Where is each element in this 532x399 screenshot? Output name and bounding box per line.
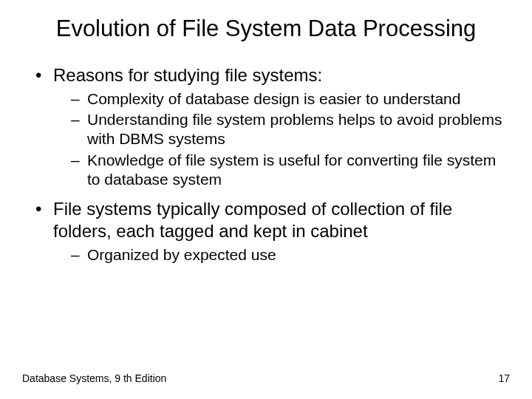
slide-footer: Database Systems, 9 th Edition 17 — [22, 372, 510, 384]
sub-list: Complexity of database design is easier … — [53, 89, 510, 189]
bullet-item: Reasons for studying file systems: Compl… — [35, 64, 510, 189]
bullet-item: File systems typically composed of colle… — [35, 198, 510, 265]
sub-item: Understanding file system problems helps… — [71, 110, 510, 149]
sub-item: Knowledge of file system is useful for c… — [71, 151, 510, 190]
bullet-list: Reasons for studying file systems: Compl… — [22, 64, 510, 265]
slide-title: Evolution of File System Data Processing — [22, 15, 510, 44]
sub-list: Organized by expected use — [53, 245, 510, 265]
sub-item: Complexity of database design is easier … — [71, 89, 510, 109]
bullet-text: File systems typically composed of colle… — [53, 199, 452, 241]
footer-left: Database Systems, 9 th Edition — [22, 372, 166, 384]
sub-item: Organized by expected use — [71, 245, 510, 265]
footer-page-number: 17 — [498, 372, 510, 384]
bullet-text: Reasons for studying file systems: — [53, 65, 322, 85]
